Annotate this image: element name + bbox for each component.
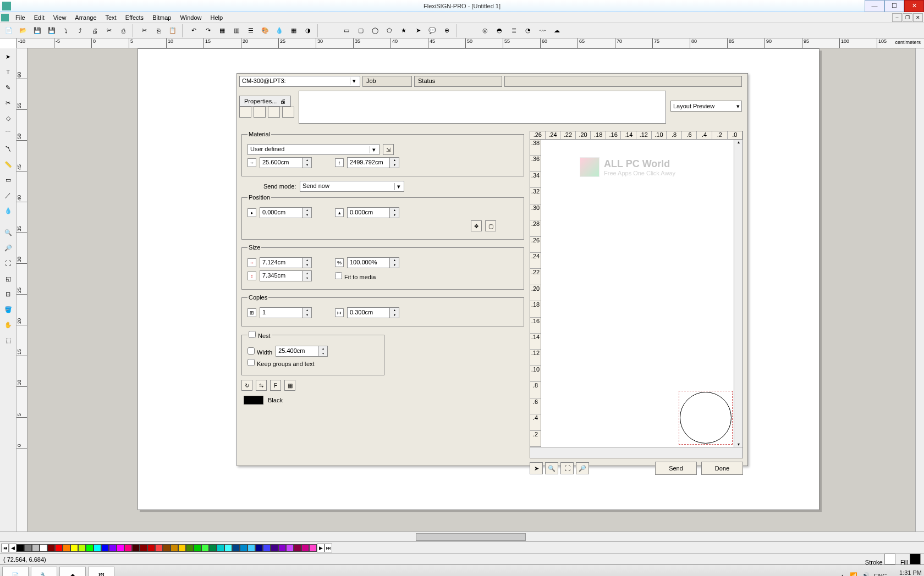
- keep-groups-checkbox[interactable]: Keep groups and text: [248, 359, 315, 367]
- palette-swatch[interactable]: [101, 544, 109, 552]
- lens-fx-icon[interactable]: ☁: [550, 24, 563, 37]
- palette-swatch[interactable]: [78, 544, 86, 552]
- send-button[interactable]: Send: [655, 462, 697, 475]
- ellipse-tool-icon[interactable]: ◯: [369, 24, 382, 37]
- device-select[interactable]: CM-300@LPT3:: [239, 76, 360, 87]
- menu-edit[interactable]: Edit: [30, 13, 49, 22]
- palette-swatch[interactable]: [194, 544, 201, 552]
- palette-swatch[interactable]: [286, 544, 294, 552]
- size-height-input[interactable]: 7.345cm: [260, 270, 312, 281]
- menu-bitmap[interactable]: Bitmap: [148, 13, 175, 22]
- menu-view[interactable]: View: [49, 13, 71, 22]
- export-icon[interactable]: ⤴: [74, 24, 87, 37]
- palette-last-icon[interactable]: ⏭: [324, 544, 332, 552]
- palette-swatch[interactable]: [124, 544, 132, 552]
- distort-fx-icon[interactable]: 〰: [536, 24, 549, 37]
- redo-icon[interactable]: ↷: [201, 24, 215, 37]
- size-scale-input[interactable]: 100.000%: [347, 257, 399, 268]
- palette-prev-icon[interactable]: ◀: [9, 544, 16, 552]
- palette-swatch[interactable]: [255, 544, 263, 552]
- copies-gap-input[interactable]: 0.300cm: [347, 307, 399, 318]
- horizontal-scrollbar[interactable]: [0, 531, 924, 541]
- palette-swatch[interactable]: [32, 544, 40, 552]
- size-width-input[interactable]: 7.124cm: [260, 257, 312, 268]
- mdi-minimize-button[interactable]: –: [892, 13, 902, 22]
- palette-swatch[interactable]: [94, 544, 101, 552]
- palette-swatch[interactable]: [224, 544, 232, 552]
- roundrect-tool-icon[interactable]: ▢: [354, 24, 367, 37]
- ungroup-icon[interactable]: ▥: [230, 24, 243, 37]
- measure-tool-icon[interactable]: 📏: [1, 157, 15, 171]
- outline-fx-icon[interactable]: ◎: [479, 24, 492, 37]
- menu-effects[interactable]: Effects: [121, 13, 148, 22]
- eyedrop-icon[interactable]: 💧: [273, 24, 286, 37]
- palette-swatch[interactable]: [271, 544, 278, 552]
- knife-tool-icon[interactable]: ✂: [1, 96, 15, 110]
- zoom-out-icon[interactable]: 🔎: [1, 241, 15, 255]
- palette-swatch[interactable]: [47, 544, 55, 552]
- material-select[interactable]: User defined: [248, 144, 380, 155]
- bezier-tool-icon[interactable]: ✎: [1, 80, 15, 95]
- palette-swatch[interactable]: [86, 544, 94, 552]
- mirror-icon[interactable]: ⇋: [256, 380, 267, 391]
- palette-swatch[interactable]: [117, 544, 124, 552]
- stripe-fx-icon[interactable]: ≣: [507, 24, 520, 37]
- hand-tool-icon[interactable]: ✋: [1, 318, 15, 332]
- palette-swatch[interactable]: [163, 544, 170, 552]
- align-icon[interactable]: ☰: [244, 24, 257, 37]
- new-icon[interactable]: 📄: [2, 24, 15, 37]
- interactive-icon[interactable]: ✥: [471, 220, 482, 231]
- select-tool-icon[interactable]: ➤: [1, 49, 15, 64]
- taskbar-app2-icon[interactable]: 🔧: [31, 567, 57, 577]
- copy-icon[interactable]: ⎘: [152, 24, 165, 37]
- registration-icon[interactable]: ⊕: [440, 24, 453, 37]
- position-x-input[interactable]: 0.000cm: [260, 207, 312, 218]
- palette-swatch[interactable]: [55, 544, 63, 552]
- palette-swatch[interactable]: [232, 544, 240, 552]
- import-icon[interactable]: ⤵: [59, 24, 73, 37]
- blend-fx-icon[interactable]: ◔: [521, 24, 535, 37]
- preview-scrollbar-h[interactable]: [530, 447, 743, 458]
- callout-tool-icon[interactable]: 💬: [426, 24, 439, 37]
- menu-help[interactable]: Help: [206, 13, 228, 22]
- fill-swatch[interactable]: [910, 553, 921, 564]
- nest-width-checkbox[interactable]: Width: [248, 347, 272, 356]
- rip-icon[interactable]: ⎙: [117, 24, 130, 37]
- zoom-all-icon[interactable]: ⊡: [1, 287, 15, 301]
- colormix-icon[interactable]: 🎨: [258, 24, 272, 37]
- palette-swatch[interactable]: [170, 544, 178, 552]
- print-icon[interactable]: 🖨: [88, 24, 101, 37]
- polyarc-tool-icon[interactable]: ⌒: [1, 126, 15, 141]
- preview-zoomsel-icon[interactable]: 🔎: [576, 462, 589, 474]
- shadow-fx-icon[interactable]: ◓: [493, 24, 506, 37]
- mdi-restore-button[interactable]: ❐: [903, 13, 912, 22]
- fit-to-media-checkbox[interactable]: Fit to media: [335, 272, 376, 280]
- crop-tool-icon[interactable]: ⬚: [1, 333, 15, 347]
- palette-swatch[interactable]: [248, 544, 255, 552]
- preview-fit-icon[interactable]: ⛶: [560, 462, 574, 474]
- material-height-input[interactable]: 2499.792cm: [347, 157, 399, 168]
- preview-zoom-icon[interactable]: 🔍: [545, 462, 558, 474]
- colorspecs-icon[interactable]: ◑: [301, 24, 315, 37]
- menu-file[interactable]: File: [11, 13, 30, 22]
- palette-swatch[interactable]: [40, 544, 47, 552]
- mdi-close-button[interactable]: ✕: [913, 13, 923, 22]
- palette-swatch[interactable]: [140, 544, 147, 552]
- tray-clock[interactable]: 1:31 PM 12/27/2012: [892, 569, 922, 577]
- tray-lang[interactable]: ENG: [874, 573, 887, 577]
- fill-tool-icon[interactable]: 🪣: [1, 302, 15, 317]
- palette-swatch[interactable]: [109, 544, 117, 552]
- material-width-input[interactable]: 25.600cm: [260, 157, 312, 168]
- material-size-icon[interactable]: ⇲: [383, 144, 394, 155]
- palette-swatch[interactable]: [301, 544, 309, 552]
- palette-swatch[interactable]: [63, 544, 70, 552]
- palette-swatch[interactable]: [201, 544, 209, 552]
- star-tool-icon[interactable]: ★: [397, 24, 410, 37]
- position-y-input[interactable]: 0.000cm: [347, 207, 399, 218]
- options-tab-icon[interactable]: [268, 107, 280, 118]
- rect-draw-icon[interactable]: ▭: [1, 173, 15, 187]
- open-icon[interactable]: 📂: [16, 24, 30, 37]
- cut-icon[interactable]: ✂: [138, 24, 151, 37]
- palette-swatch[interactable]: [209, 544, 217, 552]
- taskbar-app4-icon[interactable]: 🖼: [88, 567, 114, 577]
